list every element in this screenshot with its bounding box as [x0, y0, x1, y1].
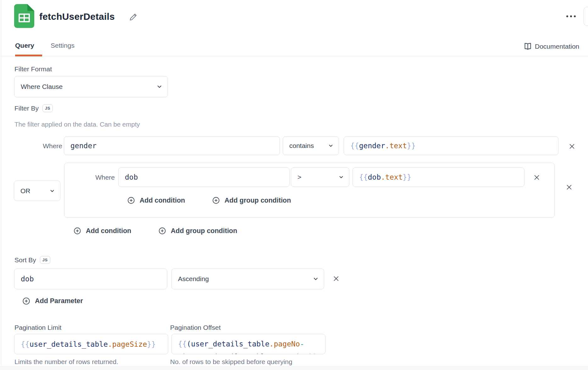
- chevron-down-icon: [156, 84, 163, 90]
- more-options-button[interactable]: [563, 12, 579, 21]
- pane-divider: [1, 0, 1, 370]
- condition-value-input[interactable]: {{gender.text}}: [344, 136, 558, 155]
- add-group-condition-label: Add group condition: [171, 227, 237, 235]
- circle-plus-icon: [158, 227, 166, 235]
- group-condition-value-input[interactable]: {{dob.text}}: [352, 167, 524, 187]
- remove-group-button[interactable]: [564, 182, 574, 192]
- pagination-limit-helper: Limits the number of rows returned.: [14, 358, 118, 366]
- more-options-icon: [566, 15, 576, 17]
- pagination-limit-label: Pagination Limit: [14, 324, 61, 331]
- sort-by-label: Sort By: [14, 256, 36, 264]
- group-logic-operator-value: OR: [20, 187, 31, 195]
- sort-column-input[interactable]: dob: [14, 269, 167, 289]
- add-group-condition-label: Add group condition: [225, 197, 291, 204]
- tabs-divider: [0, 56, 588, 56]
- where-prefix-label: Where: [80, 174, 115, 181]
- close-icon: [566, 184, 573, 191]
- chevron-down-icon: [49, 188, 55, 194]
- tab-settings[interactable]: Settings: [51, 42, 75, 49]
- chevron-down-icon: [338, 174, 344, 180]
- response-pane-edge: [0, 366, 588, 370]
- filter-format-select[interactable]: Where Clause: [14, 76, 168, 97]
- circle-plus-icon: [212, 196, 220, 204]
- pagination-offset-label: Pagination Offset: [170, 324, 221, 331]
- chevron-down-icon: [313, 276, 319, 282]
- pagination-limit-input[interactable]: {{user_details_table.pageSize}}: [14, 334, 168, 354]
- group-add-group-condition-button[interactable]: Add group condition: [212, 196, 291, 204]
- documentation-label: Documentation: [535, 43, 579, 50]
- pencil-icon: [129, 13, 137, 21]
- tab-query[interactable]: Query: [15, 42, 34, 49]
- group-condition-column-input[interactable]: dob: [118, 167, 290, 187]
- condition-column-value: gender: [70, 142, 97, 150]
- remove-sort-button[interactable]: [331, 274, 341, 283]
- run-button-clipped[interactable]: [584, 7, 588, 26]
- filter-by-label: Filter By: [14, 105, 39, 112]
- circle-plus-icon: [73, 227, 81, 235]
- sort-order-value: Ascending: [178, 275, 209, 283]
- pagination-offset-helper: No. of rows to be skipped before queryin…: [170, 358, 292, 366]
- add-group-condition-button[interactable]: Add group condition: [158, 227, 237, 235]
- filter-by-helper: The filter applied on the data. Can be e…: [14, 121, 140, 128]
- add-condition-label: Add condition: [86, 227, 131, 235]
- rename-query-button[interactable]: [128, 12, 138, 22]
- remove-condition-button[interactable]: [567, 142, 577, 151]
- pagination-offset-input[interactable]: {{(user_details_table.pageNo- 1)*user_de…: [171, 334, 325, 354]
- circle-plus-icon: [22, 297, 31, 305]
- query-editor-pane: fetchUserDetails Query Settings Document…: [0, 0, 588, 370]
- condition-column-input[interactable]: gender: [64, 136, 280, 155]
- add-condition-button[interactable]: Add condition: [73, 227, 131, 235]
- active-tab-indicator: [15, 55, 42, 57]
- filter-by-js-toggle[interactable]: JS: [42, 104, 53, 112]
- google-sheets-icon: [14, 4, 34, 28]
- add-parameter-label: Add Parameter: [35, 297, 83, 305]
- close-icon: [533, 174, 540, 181]
- filter-by-header: Filter By JS: [14, 104, 53, 112]
- sort-order-select[interactable]: Ascending: [171, 269, 324, 289]
- sheet-grid: [19, 14, 30, 22]
- remove-group-condition-button[interactable]: [532, 173, 541, 182]
- chevron-down-icon: [328, 143, 334, 149]
- sort-by-js-toggle[interactable]: JS: [40, 256, 50, 264]
- condition-operator-select[interactable]: contains: [283, 136, 339, 155]
- add-parameter-button[interactable]: Add Parameter: [22, 297, 83, 305]
- query-title: fetchUserDetails: [39, 11, 115, 22]
- group-add-condition-button[interactable]: Add condition: [127, 196, 185, 204]
- filter-format-value: Where Clause: [21, 83, 63, 90]
- documentation-link[interactable]: Documentation: [524, 42, 579, 51]
- group-condition-column-value: dob: [125, 173, 138, 181]
- where-prefix-label: Where: [28, 142, 62, 150]
- book-icon: [524, 42, 532, 51]
- group-logic-operator-select[interactable]: OR: [14, 181, 60, 201]
- circle-plus-icon: [127, 196, 135, 204]
- filter-format-label: Filter Format: [14, 65, 52, 73]
- group-condition-operator-value: >: [297, 173, 301, 181]
- add-condition-label: Add condition: [140, 197, 185, 204]
- group-condition-operator-select[interactable]: >: [291, 167, 349, 187]
- sort-column-value: dob: [21, 275, 34, 283]
- close-icon: [333, 275, 340, 282]
- condition-operator-value: contains: [289, 142, 314, 150]
- close-icon: [569, 143, 575, 150]
- sort-by-header: Sort By JS: [14, 256, 50, 264]
